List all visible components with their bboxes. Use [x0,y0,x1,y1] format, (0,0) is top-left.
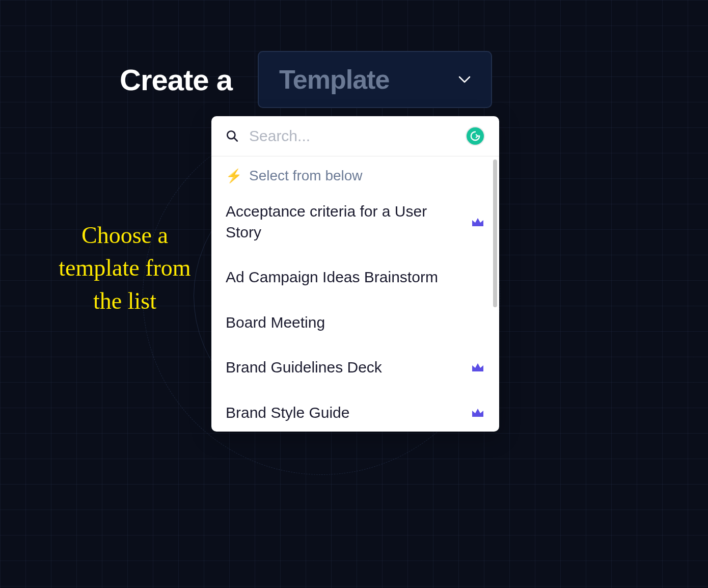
crown-icon [471,216,485,228]
crown-icon [471,407,485,419]
list-item[interactable]: Brand Style Guide [211,390,499,432]
template-dropdown[interactable]: Template [258,51,492,108]
chevron-down-icon [458,76,471,83]
list-item-label: Brand Guidelines Deck [226,357,382,378]
template-dropdown-label: Template [279,64,389,95]
list-container: ⚡ Select from below Acceptance criteria … [211,156,499,432]
dropdown-panel: ⚡ Select from below Acceptance criteria … [211,116,499,432]
list-item[interactable]: Board Meeting [211,300,499,345]
annotation-text: Choose a template from the list [53,219,196,317]
search-input[interactable] [249,127,455,145]
select-hint: ⚡ Select from below [211,156,499,189]
list-item-label: Acceptance criteria for a User Story [226,201,460,243]
list-item-label: Ad Campaign Ideas Brainstorm [226,267,438,288]
list-item[interactable]: Acceptance criteria for a User Story [211,189,499,255]
svg-line-1 [234,138,237,141]
header: Create a Template [120,51,492,108]
list-item-label: Brand Style Guide [226,403,349,423]
create-label: Create a [120,63,232,97]
list-item[interactable]: Ad Campaign Ideas Brainstorm [211,255,499,300]
select-hint-label: Select from below [249,168,363,184]
grammarly-icon[interactable] [466,126,485,146]
list-item-label: Board Meeting [226,312,325,333]
list-item[interactable]: Brand Guidelines Deck [211,345,499,390]
crown-icon [471,361,485,373]
search-icon [226,129,239,143]
scrollbar[interactable] [493,159,497,307]
search-row [211,116,499,156]
lightning-icon: ⚡ [226,168,242,184]
